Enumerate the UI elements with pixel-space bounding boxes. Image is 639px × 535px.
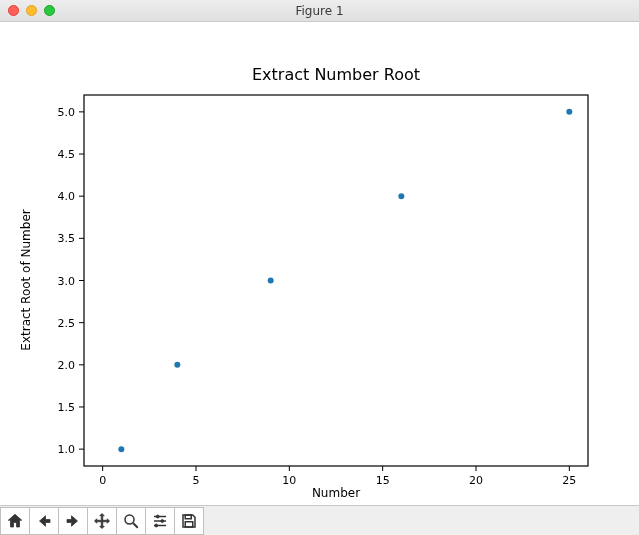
x-axis: 0510152025: [99, 466, 576, 487]
close-icon[interactable]: [8, 5, 19, 16]
sliders-icon: [151, 512, 169, 530]
window-controls: [8, 5, 55, 16]
x-axis-label: Number: [312, 486, 360, 500]
y-tick-label: 2.5: [58, 317, 76, 330]
data-point: [174, 362, 180, 368]
minimize-icon[interactable]: [26, 5, 37, 16]
y-tick-label: 3.0: [58, 275, 76, 288]
arrow-right-icon: [64, 512, 82, 530]
x-tick-label: 25: [562, 474, 576, 487]
y-tick-label: 1.0: [58, 443, 76, 456]
data-point: [118, 446, 124, 452]
move-icon: [93, 512, 111, 530]
y-tick-label: 4.5: [58, 148, 76, 161]
svg-rect-23: [185, 515, 191, 519]
data-point: [566, 109, 572, 115]
x-tick-label: 0: [99, 474, 106, 487]
data-points: [118, 109, 572, 452]
save-icon: [180, 512, 198, 530]
configure-button[interactable]: [145, 507, 175, 535]
svg-line-16: [133, 523, 138, 528]
magnifier-icon: [122, 512, 140, 530]
y-axis: 1.01.52.02.53.03.54.04.55.0: [58, 106, 85, 456]
x-tick-label: 15: [376, 474, 390, 487]
maximize-icon[interactable]: [44, 5, 55, 16]
x-tick-label: 20: [469, 474, 483, 487]
data-point: [268, 278, 274, 284]
y-tick-label: 3.5: [58, 232, 76, 245]
save-button[interactable]: [174, 507, 204, 535]
plot-area-border: [84, 95, 588, 466]
svg-point-18: [156, 515, 159, 518]
svg-point-15: [125, 515, 134, 524]
y-axis-label: Extract Root of Number: [19, 209, 33, 350]
svg-point-20: [161, 519, 164, 522]
x-tick-label: 5: [193, 474, 200, 487]
window-titlebar: Figure 1: [0, 0, 639, 22]
y-tick-label: 5.0: [58, 106, 76, 119]
forward-button[interactable]: [58, 507, 88, 535]
pan-button[interactable]: [87, 507, 117, 535]
home-icon: [6, 512, 24, 530]
data-point: [398, 193, 404, 199]
chart: Extract Number Root 0510152025 1.01.52.0…: [0, 22, 639, 505]
back-button[interactable]: [29, 507, 59, 535]
y-tick-label: 4.0: [58, 190, 76, 203]
arrow-left-icon: [35, 512, 53, 530]
zoom-button[interactable]: [116, 507, 146, 535]
x-tick-label: 10: [282, 474, 296, 487]
matplotlib-toolbar: [0, 505, 639, 535]
svg-rect-24: [185, 521, 193, 526]
svg-point-22: [155, 524, 158, 527]
y-tick-label: 1.5: [58, 401, 76, 414]
window-title: Figure 1: [295, 4, 343, 18]
figure-canvas: Extract Number Root 0510152025 1.01.52.0…: [0, 22, 639, 505]
y-tick-label: 2.0: [58, 359, 76, 372]
home-button[interactable]: [0, 507, 30, 535]
chart-title: Extract Number Root: [252, 65, 420, 84]
